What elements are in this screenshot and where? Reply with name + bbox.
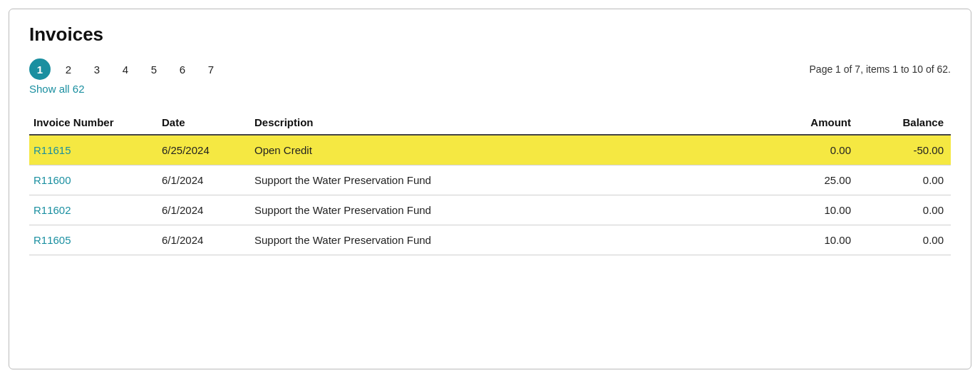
invoice-number-link[interactable]: R11602 — [33, 204, 71, 216]
table-header-row: Invoice Number Date Description Amount B… — [29, 111, 951, 135]
pagination-btn-1[interactable]: 1 — [29, 58, 51, 80]
invoice-description: Support the Water Preservation Fund — [250, 165, 765, 195]
invoice-amount: 0.00 — [765, 135, 858, 165]
page-info: Page 1 of 7, items 1 to 10 of 62. — [810, 63, 951, 75]
pagination-row: 1234567 Page 1 of 7, items 1 to 10 of 62… — [29, 58, 951, 80]
table-row: R116006/1/2024Support the Water Preserva… — [29, 165, 951, 195]
col-header-invoice-number: Invoice Number — [29, 111, 158, 135]
table-row: R116056/1/2024Support the Water Preserva… — [29, 225, 951, 255]
invoice-date: 6/25/2024 — [158, 135, 250, 165]
col-header-date: Date — [158, 111, 250, 135]
invoice-number-link[interactable]: R11600 — [33, 174, 71, 186]
invoices-table: Invoice Number Date Description Amount B… — [29, 111, 951, 255]
invoice-balance: 0.00 — [858, 225, 951, 255]
invoice-amount: 10.00 — [765, 225, 858, 255]
invoice-number-link[interactable]: R11605 — [33, 234, 71, 246]
invoice-date: 6/1/2024 — [158, 165, 250, 195]
col-header-balance: Balance — [858, 111, 951, 135]
pagination-btn-5[interactable]: 5 — [143, 58, 165, 80]
table-row: R116156/25/2024Open Credit0.00-50.00 — [29, 135, 951, 165]
pagination-btn-6[interactable]: 6 — [172, 58, 193, 80]
pagination-btn-3[interactable]: 3 — [86, 58, 108, 80]
pagination-btn-2[interactable]: 2 — [58, 58, 79, 80]
invoice-balance: 0.00 — [858, 195, 951, 225]
invoice-description: Support the Water Preservation Fund — [250, 195, 765, 225]
invoice-amount: 25.00 — [765, 165, 858, 195]
invoice-balance: 0.00 — [858, 165, 951, 195]
invoice-date: 6/1/2024 — [158, 195, 250, 225]
show-all-link[interactable]: Show all 62 — [29, 83, 85, 95]
invoice-balance: -50.00 — [858, 135, 951, 165]
pagination-btn-4[interactable]: 4 — [115, 58, 136, 80]
invoice-description: Open Credit — [250, 135, 765, 165]
invoice-date: 6/1/2024 — [158, 225, 250, 255]
invoice-description: Support the Water Preservation Fund — [250, 225, 765, 255]
invoice-number-link[interactable]: R11615 — [33, 144, 71, 156]
col-header-description: Description — [250, 111, 765, 135]
page-title: Invoices — [29, 24, 951, 46]
invoices-panel: Invoices 1234567 Page 1 of 7, items 1 to… — [9, 9, 971, 369]
table-row: R116026/1/2024Support the Water Preserva… — [29, 195, 951, 225]
invoice-amount: 10.00 — [765, 195, 858, 225]
col-header-amount: Amount — [765, 111, 858, 135]
pagination-left: 1234567 — [29, 58, 222, 80]
pagination-btn-7[interactable]: 7 — [200, 58, 222, 80]
